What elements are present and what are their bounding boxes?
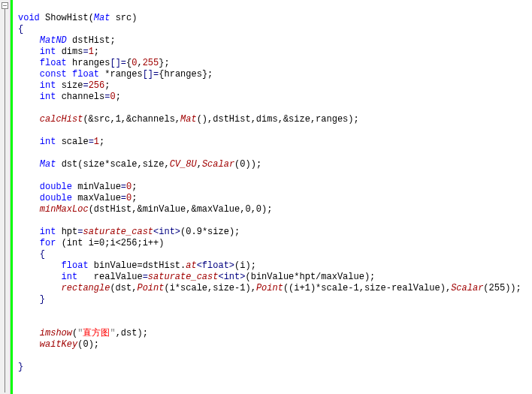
lit-0b: 0 (110, 92, 115, 102)
var-channels: channels (62, 92, 105, 102)
fn-waitkey: waitKey (40, 339, 77, 350)
keyword-void: void (18, 13, 40, 23)
kw-int2: int (40, 80, 56, 91)
args-dst: (size*scale,size, (77, 159, 169, 170)
var-dims: dims (62, 47, 83, 57)
lit-0a: 0 (131, 58, 137, 68)
fold-gutter (0, 0, 11, 394)
kw-int4: int (40, 137, 56, 147)
op-eq: = (83, 47, 88, 57)
var-realvalue: realValue (94, 272, 143, 282)
for-cond: (int i=0;i<256;i++) (62, 238, 165, 248)
var-scale: scale (62, 137, 89, 147)
fold-minus-icon[interactable] (2, 2, 8, 9)
lit-256: 256 (89, 80, 105, 91)
var-binvalue: binValue (94, 260, 138, 271)
args-wait: (0); (77, 339, 99, 350)
op-eq4: = (89, 137, 94, 147)
kw-float2: float (72, 69, 99, 80)
lit-1: 1 (89, 47, 94, 57)
fn-point1: Point (137, 283, 164, 293)
args-p1: (i*scale,size-1), (164, 283, 255, 293)
kw-double: double (40, 182, 72, 192)
var-hranges: hranges (72, 58, 110, 68)
args-p2: ((i+1)*scale-1,size-realValue), (283, 283, 451, 293)
args-scalar255: (255)); (483, 283, 521, 293)
fn-scalar: Scalar (202, 159, 234, 170)
fn-rectangle: rectangle (62, 283, 110, 293)
tpl-float: <float> (197, 260, 234, 271)
fn-satcast2: saturate_cast (148, 272, 219, 282)
var-ranges: *ranges (104, 69, 142, 80)
kw-int3: int (40, 92, 56, 102)
fn-mat: Mat (180, 114, 197, 125)
fn-minmaxloc: minMaxLoc (40, 204, 89, 215)
type-matnd: MatND (40, 35, 67, 46)
str-q2: " (110, 328, 115, 338)
args-scalar0: (0)); (234, 159, 261, 170)
args-hpt: (0.9*size); (180, 227, 240, 237)
eq-at: =dstHist. (137, 260, 186, 271)
str-hist: 直方图 (83, 328, 110, 338)
type-mat2: Mat (40, 159, 56, 170)
var-size: size (62, 80, 83, 91)
args-real: (binValue*hpt/maxValue); (245, 272, 375, 282)
lit-255: 255 (143, 58, 159, 68)
fn-satcast: saturate_cast (83, 227, 153, 237)
kw-for: for (40, 238, 56, 248)
var-maxvalue: maxValue (77, 193, 121, 203)
cv8u: CV_8U (170, 159, 197, 170)
var-minvalue: minValue (77, 182, 121, 192)
lit-0c: 0 (126, 182, 131, 192)
kw-float: float (40, 58, 67, 68)
fn-name: ShowHist (45, 13, 89, 23)
type-mat: Mat (94, 13, 110, 23)
lit-0d: 0 (126, 193, 131, 203)
op-arr: []= (110, 58, 126, 68)
kw-int5: int (40, 227, 56, 237)
args-imshow-end: ,dst); (116, 328, 148, 338)
fn-point2: Point (256, 283, 283, 293)
kw-const: const (40, 69, 67, 80)
op-eq6: = (121, 193, 126, 203)
kw-float3: float (62, 260, 89, 271)
args-rect: (dst, (110, 283, 137, 293)
lit-1b: 1 (94, 137, 99, 147)
param-src: src (116, 13, 132, 23)
op-eq5: = (121, 182, 126, 192)
args-calchist2: (),dstHist,dims,&size,ranges); (197, 114, 359, 125)
args-calchist: (&src,1,&channels, (83, 114, 180, 125)
kw-int: int (40, 47, 56, 57)
tpl-int: <int> (153, 227, 180, 237)
fn-imshow: imshow (40, 328, 72, 338)
code-area[interactable]: void ShowHist(Mat src) { MatND dstHist; … (11, 0, 532, 394)
op-eq8: = (143, 272, 148, 282)
fn-scalar2: Scalar (451, 283, 483, 293)
fn-at: at (186, 260, 196, 271)
var-dsthist: dstHist (72, 35, 110, 46)
fold-guide-line (5, 9, 5, 392)
active-block-highlight (11, 0, 13, 394)
kw-double2: double (40, 193, 72, 203)
kw-int6: int (62, 272, 78, 282)
op-arr2: []= (143, 69, 159, 80)
fn-calchist: calcHist (40, 114, 83, 125)
var-dst: dst (62, 159, 78, 170)
var-hpt: hpt (62, 227, 78, 237)
op-eq2: = (83, 80, 88, 91)
args-minmaxloc: (dstHist,&minValue,&maxValue,0,0); (89, 204, 273, 215)
tpl-int2: <int> (218, 272, 245, 282)
args-at: (i); (234, 260, 256, 271)
code-editor[interactable]: void ShowHist(Mat src) { MatND dstHist; … (0, 0, 532, 394)
